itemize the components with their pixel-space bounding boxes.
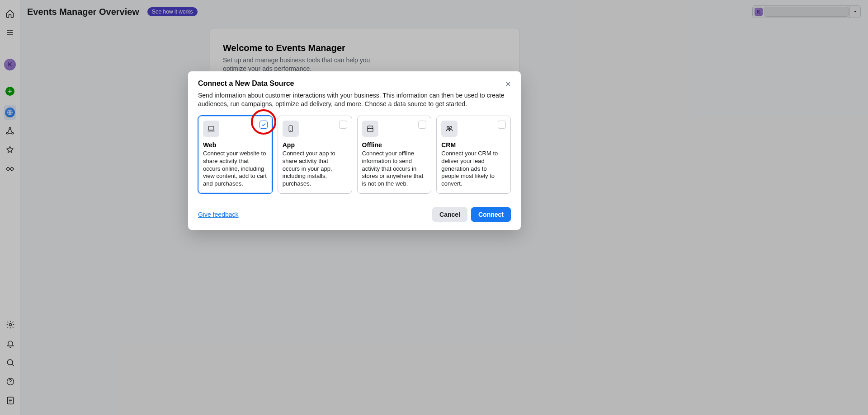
option-card-app[interactable]: App Connect your app to share activity t… <box>278 116 352 194</box>
laptop-icon <box>203 121 219 137</box>
option-title-offline: Offline <box>362 141 427 149</box>
crm-icon <box>441 121 458 137</box>
cancel-button[interactable]: Cancel <box>432 207 467 222</box>
check-icon <box>261 122 266 127</box>
option-card-offline[interactable]: Offline Connect your offline information… <box>357 116 432 194</box>
connect-data-source-modal: Connect a New Data Source Send informati… <box>188 71 521 230</box>
modal-close-button[interactable] <box>502 78 514 90</box>
modal-title: Connect a New Data Source <box>198 79 511 88</box>
svg-point-10 <box>447 126 449 128</box>
option-desc-crm: Connect your CRM to deliver your lead ge… <box>441 150 506 188</box>
option-desc-app: Connect your app to share activity that … <box>283 150 347 188</box>
data-source-options: Web Connect your website to share activi… <box>198 116 511 194</box>
store-icon <box>362 121 378 137</box>
option-title-crm: CRM <box>441 141 506 149</box>
option-desc-web: Connect your website to share activity t… <box>203 150 268 188</box>
mobile-icon <box>283 121 299 137</box>
modal-subtitle: Send information about customer interact… <box>198 91 511 108</box>
option-check-offline <box>418 121 426 129</box>
give-feedback-link[interactable]: Give feedback <box>198 211 239 218</box>
close-icon <box>505 80 512 88</box>
svg-rect-8 <box>208 126 214 130</box>
option-card-crm[interactable]: CRM Connect your CRM to deliver your lea… <box>436 116 511 194</box>
option-title-app: App <box>283 141 347 149</box>
option-check-app <box>339 121 347 129</box>
connect-button[interactable]: Connect <box>471 207 511 222</box>
option-check-web <box>259 121 268 129</box>
option-check-crm <box>498 121 506 129</box>
svg-point-11 <box>450 126 452 128</box>
option-title-web: Web <box>203 141 268 149</box>
option-card-web[interactable]: Web Connect your website to share activi… <box>198 116 273 194</box>
option-desc-offline: Connect your offline information to send… <box>362 150 427 188</box>
